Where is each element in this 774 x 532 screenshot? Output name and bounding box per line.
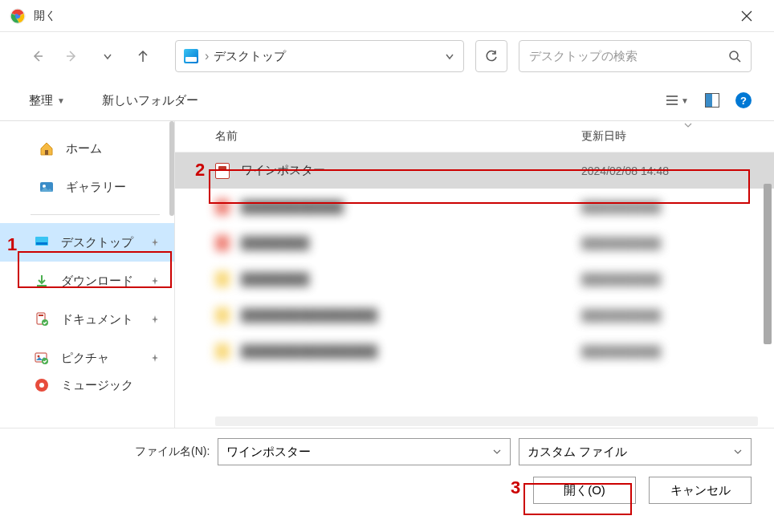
column-date[interactable]: 更新日時 <box>581 129 758 144</box>
new-folder-button[interactable]: 新しいフォルダー <box>96 89 205 112</box>
svg-rect-19 <box>39 315 43 316</box>
file-icon <box>215 199 230 215</box>
chrome-icon <box>10 8 26 24</box>
file-list: 名前 更新日時 ワインポスター 2024/02/08 14:48 ███████… <box>175 121 774 428</box>
sort-chevron-icon <box>682 121 694 129</box>
pin-icon <box>150 315 160 324</box>
organize-button[interactable]: 整理 ▼ <box>22 89 71 112</box>
path-text: デスクトップ <box>214 49 286 64</box>
chevron-down-icon <box>492 447 502 457</box>
vertical-scrollbar[interactable] <box>764 184 772 413</box>
chevron-down-icon: ▼ <box>57 96 65 105</box>
pin-icon <box>150 238 160 247</box>
search-input[interactable]: デスクトップの検索 <box>519 40 752 72</box>
filename-input[interactable]: ワインポスター <box>218 438 511 465</box>
sidebar-item-downloads[interactable]: ダウンロード <box>0 262 174 300</box>
pictures-icon <box>34 350 50 366</box>
pdf-icon <box>215 163 230 179</box>
folder-icon <box>215 307 230 323</box>
chevron-down-icon <box>733 447 743 457</box>
downloads-icon <box>34 273 50 289</box>
bottom-bar: ファイル名(N): ワインポスター カスタム ファイル 開く(O) キャンセル <box>0 428 774 518</box>
filter-select[interactable]: カスタム ファイル <box>519 438 752 465</box>
file-row[interactable]: ████████████████ ██████████ <box>175 297 774 333</box>
svg-rect-12 <box>45 150 48 155</box>
path-bar[interactable]: › デスクトップ <box>175 40 464 72</box>
svg-point-25 <box>39 383 44 388</box>
preview-toggle-button[interactable] <box>705 93 719 108</box>
desktop-icon <box>184 49 198 63</box>
documents-icon <box>34 311 50 327</box>
view-mode-button[interactable]: ▼ <box>665 93 689 108</box>
refresh-button[interactable] <box>475 40 507 72</box>
pin-icon <box>150 353 160 363</box>
file-name: ワインポスター <box>241 163 581 178</box>
gallery-icon <box>39 179 55 195</box>
folder-icon <box>215 271 230 287</box>
list-header: 名前 更新日時 <box>175 121 774 152</box>
annotation-3: 3 <box>511 477 520 498</box>
nav-bar: › デスクトップ デスクトップの検索 <box>0 32 774 80</box>
sidebar-item-desktop[interactable]: デスクトップ <box>0 223 174 262</box>
file-row[interactable]: ████████████ ██████████ <box>175 189 774 225</box>
window-title: 開く <box>34 9 56 23</box>
file-date: 2024/02/08 14:48 <box>581 164 758 177</box>
recent-dropdown-button[interactable] <box>93 42 122 71</box>
up-button[interactable] <box>128 42 157 71</box>
svg-line-8 <box>737 59 740 62</box>
chevron-down-icon: ▼ <box>681 96 689 105</box>
close-button[interactable] <box>728 0 764 32</box>
svg-point-14 <box>43 185 46 188</box>
forward-button[interactable] <box>58 42 87 71</box>
path-dropdown-icon[interactable] <box>444 51 455 62</box>
title-bar: 開く <box>0 0 774 32</box>
sidebar-item-pictures[interactable]: ピクチャ <box>0 339 174 377</box>
open-button[interactable]: 開く(O) <box>533 477 636 504</box>
sidebar: ホーム ギャラリー デスクトップ ダウンロー <box>0 121 175 428</box>
search-icon <box>728 50 741 63</box>
home-icon <box>39 140 55 156</box>
file-row[interactable]: ████████ ██████████ <box>175 261 774 297</box>
desktop-icon <box>34 234 50 250</box>
sidebar-item-music[interactable]: ミュージック <box>0 377 174 393</box>
folder-icon <box>215 343 230 359</box>
annotation-2: 2 <box>195 160 205 181</box>
sidebar-item-gallery[interactable]: ギャラリー <box>0 168 174 206</box>
file-row-selected[interactable]: ワインポスター 2024/02/08 14:48 <box>175 152 774 189</box>
toolbar: 整理 ▼ 新しいフォルダー ▼ ? <box>0 80 774 120</box>
filename-label: ファイル名(N): <box>135 445 210 459</box>
search-placeholder: デスクトップの検索 <box>529 49 728 64</box>
help-button[interactable]: ? <box>735 92 752 108</box>
file-row[interactable]: ████████████████ ██████████ <box>175 333 774 369</box>
column-name[interactable]: 名前 <box>215 129 581 144</box>
cancel-button[interactable]: キャンセル <box>649 477 752 504</box>
sidebar-item-home[interactable]: ホーム <box>0 129 174 168</box>
svg-point-7 <box>730 51 738 59</box>
music-icon <box>34 377 50 393</box>
svg-point-22 <box>38 355 40 358</box>
sidebar-item-documents[interactable]: ドキュメント <box>0 300 174 339</box>
annotation-1: 1 <box>7 234 17 255</box>
back-button[interactable] <box>22 42 51 71</box>
svg-rect-16 <box>36 242 47 245</box>
horizontal-scrollbar[interactable] <box>215 416 758 426</box>
pin-icon <box>150 276 160 286</box>
file-icon <box>215 235 230 251</box>
file-row[interactable]: ████████ ██████████ <box>175 225 774 261</box>
path-separator-icon: › <box>205 49 209 63</box>
